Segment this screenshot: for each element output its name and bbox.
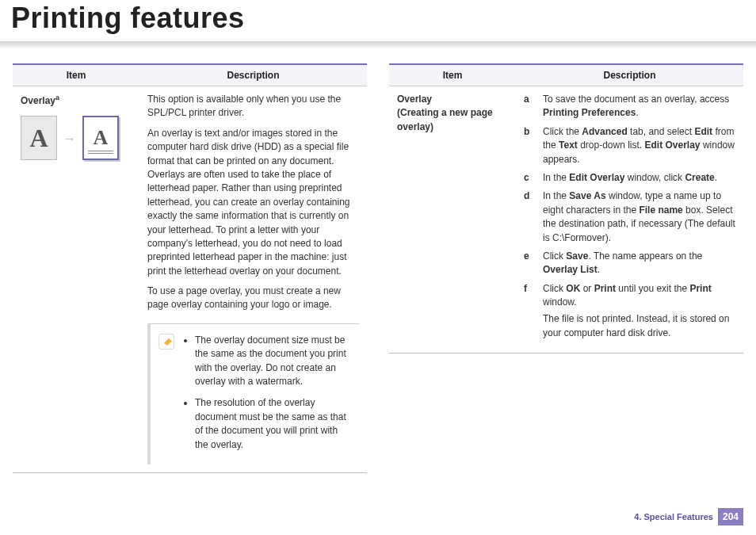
note-pencil-icon: [158, 334, 174, 350]
item-cell-overlay: Overlaya A → A: [13, 86, 139, 473]
list-item: cIn the Edit Overlay window, click Creat…: [524, 171, 735, 185]
col-header-description: Description: [516, 64, 743, 86]
overlay-paragraph-1: This option is available only when you u…: [147, 93, 359, 120]
list-item: aTo save the document as an overlay, acc…: [524, 93, 735, 120]
footnote-marker: a: [55, 94, 59, 101]
page-title: Printing features: [0, 0, 756, 35]
chapter-label: 4. Special Features: [634, 512, 713, 522]
list-item: The overlay document size must be the sa…: [195, 334, 351, 389]
step-marker: a: [524, 93, 535, 120]
overlay-document-icon: A: [82, 116, 119, 160]
col-header-item: Item: [389, 64, 516, 86]
item-subtitle: (Creating a new page overlay): [397, 106, 508, 134]
col-header-item: Item: [13, 64, 139, 86]
col-header-description: Description: [139, 64, 367, 86]
table-row: Overlay (Creating a new page overlay) aT…: [389, 86, 743, 353]
right-column: Item Description Overlay (Creating a new…: [389, 63, 743, 473]
overlay-sheet-icon: A: [21, 116, 57, 160]
title-divider: [0, 41, 756, 49]
step-marker: e: [524, 250, 535, 277]
step-text: Click OK or Print until you exit the Pri…: [543, 282, 735, 341]
step-text: In the Save As window, type a name up to…: [543, 189, 735, 245]
description-cell: This option is available only when you u…: [139, 86, 367, 473]
left-table: Item Description Overlaya A → A: [13, 63, 367, 473]
item-label: Overlay: [21, 95, 55, 106]
arrow-right-icon: →: [63, 129, 76, 147]
list-item: bClick the Advanced tab, and select Edit…: [524, 125, 735, 166]
step-marker: b: [524, 125, 535, 166]
item-label: Overlay: [397, 93, 508, 106]
list-item: dIn the Save As window, type a name up t…: [524, 189, 735, 245]
description-cell: aTo save the document as an overlay, acc…: [516, 86, 743, 353]
overlay-paragraph-3: To use a page overlay, you must create a…: [147, 285, 359, 312]
page-number-badge: 204: [718, 508, 743, 525]
step-text: To save the document as an overlay, acce…: [543, 93, 735, 120]
steps-list: aTo save the document as an overlay, acc…: [524, 93, 735, 340]
step-text: Click Save. The name appears on the Over…: [543, 250, 735, 277]
item-cell-overlay-create: Overlay (Creating a new page overlay): [389, 86, 516, 353]
note-box: The overlay document size must be the sa…: [147, 323, 359, 464]
list-item: fClick OK or Print until you exit the Pr…: [524, 282, 735, 341]
overlay-illustration: A → A: [21, 116, 132, 160]
list-item: The resolution of the overlay document m…: [195, 396, 351, 452]
page-footer: 4. Special Features 204: [634, 508, 743, 525]
content-columns: Item Description Overlaya A → A: [0, 63, 756, 473]
note-list: The overlay document size must be the sa…: [182, 334, 351, 460]
left-column: Item Description Overlaya A → A: [13, 63, 367, 473]
step-marker: c: [524, 171, 535, 185]
step-text: Click the Advanced tab, and select Edit …: [543, 125, 735, 166]
right-table: Item Description Overlay (Creating a new…: [389, 63, 743, 353]
overlay-paragraph-2: An overlay is text and/or images stored …: [147, 127, 359, 278]
table-row: Overlaya A → A This option is available …: [13, 86, 367, 473]
step-text: In the Edit Overlay window, click Create…: [543, 171, 735, 185]
step-marker: d: [524, 189, 535, 245]
list-item: eClick Save. The name appears on the Ove…: [524, 250, 735, 277]
step-marker: f: [524, 282, 535, 341]
